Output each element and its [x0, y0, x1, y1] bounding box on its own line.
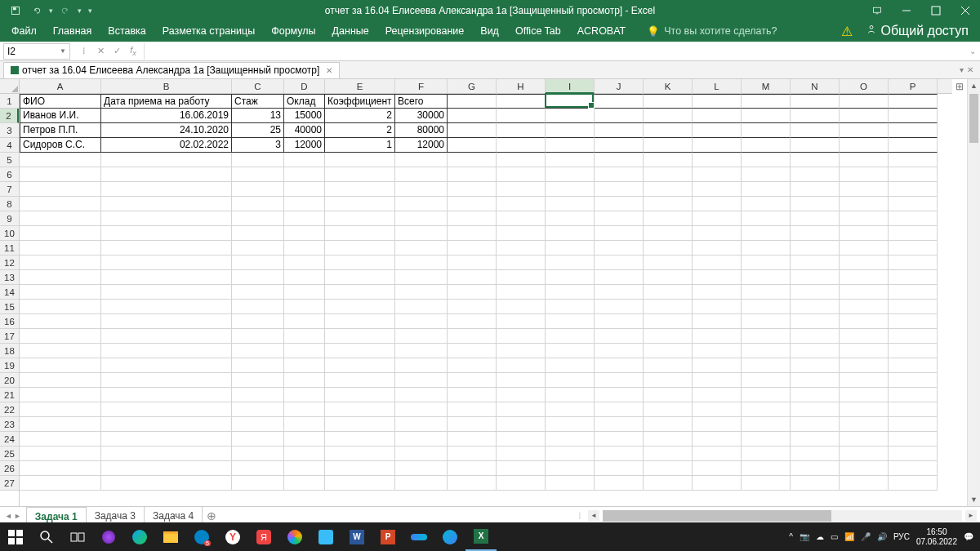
cell-M5[interactable]	[742, 153, 791, 167]
cell-F6[interactable]	[395, 167, 448, 182]
close-icon[interactable]: ✕	[326, 66, 332, 75]
cell-J14[interactable]	[595, 285, 644, 300]
cell-M1[interactable]	[742, 94, 791, 109]
row-header-25[interactable]: 25	[0, 447, 19, 461]
cell-G21[interactable]	[448, 388, 497, 402]
cell-M22[interactable]	[742, 402, 791, 417]
cell-A15[interactable]	[20, 300, 101, 314]
cell-O8[interactable]	[840, 197, 889, 211]
cell-B10[interactable]	[101, 226, 232, 241]
cell-O14[interactable]	[840, 285, 889, 300]
cell-E19[interactable]	[325, 358, 395, 373]
split-handle[interactable]: ⁞	[575, 510, 585, 522]
task-view-icon[interactable]	[62, 522, 93, 551]
cell-N1[interactable]	[791, 94, 840, 109]
fx-icon[interactable]: fx	[126, 44, 140, 59]
cell-F13[interactable]	[395, 270, 448, 285]
cell-M13[interactable]	[742, 270, 791, 285]
ribbon-tab-файл[interactable]: Файл	[3, 20, 45, 42]
cell-O24[interactable]	[840, 432, 889, 447]
search-icon[interactable]	[31, 522, 62, 551]
cell-F2[interactable]: 30000	[395, 109, 448, 123]
cell-J2[interactable]	[595, 109, 644, 123]
cell-G22[interactable]	[448, 402, 497, 417]
cell-H25[interactable]	[497, 447, 546, 461]
cell-H9[interactable]	[497, 211, 546, 226]
cell-G12[interactable]	[448, 256, 497, 270]
cell-F4[interactable]: 12000	[395, 138, 448, 153]
cell-N25[interactable]	[791, 447, 840, 461]
cell-N26[interactable]	[791, 461, 840, 476]
cell-H21[interactable]	[497, 388, 546, 402]
cell-A2[interactable]: Иванов И.И.	[20, 109, 101, 123]
cell-B5[interactable]	[101, 153, 232, 167]
cell-F19[interactable]	[395, 358, 448, 373]
cell-K8[interactable]	[644, 197, 693, 211]
cell-N17[interactable]	[791, 329, 840, 344]
column-header-G[interactable]: G	[448, 79, 497, 93]
cell-G1[interactable]	[448, 94, 497, 109]
cell-K12[interactable]	[644, 256, 693, 270]
cell-C24[interactable]	[232, 432, 284, 447]
cell-E16[interactable]	[325, 314, 395, 329]
column-header-I[interactable]: I	[546, 79, 595, 94]
cell-O9[interactable]	[840, 211, 889, 226]
cell-G7[interactable]	[448, 182, 497, 197]
select-all-corner[interactable]	[0, 79, 19, 94]
cell-K25[interactable]	[644, 447, 693, 461]
row-header-13[interactable]: 13	[0, 270, 19, 285]
cell-P3[interactable]	[889, 123, 938, 138]
cell-B7[interactable]	[101, 182, 232, 197]
cell-C22[interactable]	[232, 402, 284, 417]
cell-M27[interactable]	[742, 476, 791, 491]
cell-J26[interactable]	[595, 461, 644, 476]
cell-K1[interactable]	[644, 94, 693, 109]
ribbon-tab-главная[interactable]: Главная	[45, 20, 100, 42]
cell-H20[interactable]	[497, 373, 546, 388]
cell-L19[interactable]	[693, 358, 742, 373]
cell-H5[interactable]	[497, 153, 546, 167]
cell-M9[interactable]	[742, 211, 791, 226]
cell-C5[interactable]	[232, 153, 284, 167]
cell-C23[interactable]	[232, 417, 284, 432]
cell-F27[interactable]	[395, 476, 448, 491]
cell-P5[interactable]	[889, 153, 938, 167]
cell-B1[interactable]: Дата приема на работу	[101, 94, 232, 109]
cell-B3[interactable]: 24.10.2020	[101, 123, 232, 138]
cell-P11[interactable]	[889, 241, 938, 256]
cell-C8[interactable]	[232, 197, 284, 211]
cell-I5[interactable]	[546, 153, 595, 167]
cell-N11[interactable]	[791, 241, 840, 256]
enter-icon[interactable]: ✓	[109, 44, 124, 59]
cell-K11[interactable]	[644, 241, 693, 256]
cell-P9[interactable]	[889, 211, 938, 226]
cell-J24[interactable]	[595, 432, 644, 447]
cell-L13[interactable]	[693, 270, 742, 285]
cell-A23[interactable]	[20, 417, 101, 432]
cell-I9[interactable]	[546, 211, 595, 226]
cell-J17[interactable]	[595, 329, 644, 344]
taskbar-app-2[interactable]: 5	[186, 522, 217, 551]
cell-J23[interactable]	[595, 417, 644, 432]
cell-G17[interactable]	[448, 329, 497, 344]
cell-L3[interactable]	[693, 123, 742, 138]
cell-G19[interactable]	[448, 358, 497, 373]
cell-J8[interactable]	[595, 197, 644, 211]
cell-K24[interactable]	[644, 432, 693, 447]
minimize-button[interactable]	[892, 0, 921, 20]
cell-A27[interactable]	[20, 476, 101, 491]
cell-N6[interactable]	[791, 167, 840, 182]
row-header-5[interactable]: 5	[0, 153, 19, 167]
cell-A3[interactable]: Петров П.П.	[20, 123, 101, 138]
cell-G26[interactable]	[448, 461, 497, 476]
cell-J16[interactable]	[595, 314, 644, 329]
cell-L15[interactable]	[693, 300, 742, 314]
cell-O7[interactable]	[840, 182, 889, 197]
cell-M3[interactable]	[742, 123, 791, 138]
cell-O16[interactable]	[840, 314, 889, 329]
cell-B20[interactable]	[101, 373, 232, 388]
cell-B4[interactable]: 02.02.2022	[101, 138, 232, 153]
cell-M25[interactable]	[742, 447, 791, 461]
cell-I25[interactable]	[546, 447, 595, 461]
row-header-22[interactable]: 22	[0, 402, 19, 417]
